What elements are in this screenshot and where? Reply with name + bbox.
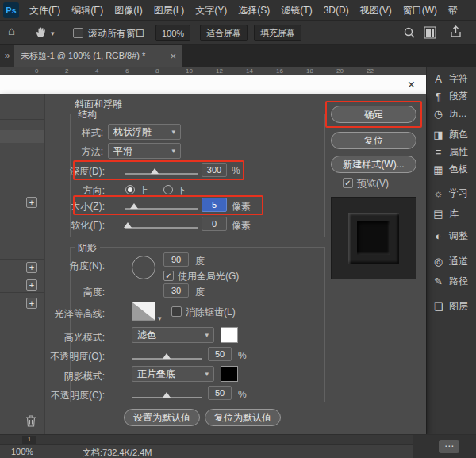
menu-view[interactable]: 视图(V) bbox=[355, 0, 397, 21]
soften-input[interactable]: 0 bbox=[202, 217, 227, 231]
left-panel-row bbox=[0, 130, 44, 143]
direction-down-radio[interactable] bbox=[163, 185, 173, 194]
highlight-mode-select[interactable]: 滤色▾ bbox=[132, 327, 214, 343]
panel-collapse-icon[interactable]: » bbox=[0, 45, 14, 67]
highlight-color-swatch[interactable] bbox=[221, 327, 238, 343]
panel-tab-adjustments[interactable]: ◐调整 bbox=[432, 229, 468, 243]
swatches-panel-icon: ▦ bbox=[432, 164, 444, 175]
preview-checkbox[interactable]: ✓ bbox=[343, 178, 353, 188]
workspace-switcher-icon[interactable] bbox=[424, 26, 436, 41]
panel-tab-swatches[interactable]: ▦色板 bbox=[432, 162, 468, 176]
direction-up-radio[interactable] bbox=[125, 185, 135, 194]
reset-default-button[interactable]: 复位为默认值 bbox=[205, 409, 281, 426]
panel-tab-label: 历... bbox=[449, 107, 466, 121]
layer-style-dialog-titlebar[interactable]: × bbox=[0, 75, 426, 94]
panel-tab-label: 通道 bbox=[449, 255, 468, 268]
annotation-box-depth bbox=[73, 160, 244, 180]
horizontal-ruler: 0 2 4 6 8 10 12 14 16 18 20 22 bbox=[0, 67, 426, 75]
angle-unit: 度 bbox=[195, 255, 205, 268]
document-tab[interactable]: 未标题-1 @ 100% (1, RGB/8#) * × bbox=[14, 45, 182, 67]
tab-close-icon[interactable]: × bbox=[170, 50, 176, 62]
paths-panel-icon: ✎ bbox=[432, 275, 444, 287]
soften-slider[interactable] bbox=[125, 227, 198, 229]
chevron-down-icon: ▾ bbox=[171, 147, 175, 155]
shading-legend: 阴影 bbox=[75, 241, 100, 255]
panel-tab-properties[interactable]: ≡属性 bbox=[432, 144, 468, 159]
menu-filter[interactable]: 滤镜(T) bbox=[275, 0, 317, 21]
panel-tab-layers[interactable]: ❏图层 bbox=[432, 299, 468, 314]
menu-layer[interactable]: 图层(L) bbox=[148, 0, 190, 21]
contour-shape bbox=[132, 302, 155, 320]
menu-file[interactable]: 文件(F) bbox=[24, 0, 66, 21]
panel-tab-paths[interactable]: ✎路径 bbox=[432, 274, 468, 288]
soften-slider-thumb[interactable] bbox=[124, 222, 132, 228]
search-icon[interactable] bbox=[403, 26, 416, 41]
ruler-number: 14 bbox=[246, 67, 253, 75]
ruler-number: 20 bbox=[336, 67, 344, 75]
ruler-number: 22 bbox=[367, 67, 374, 75]
style-select-value: 枕状浮雕 bbox=[113, 125, 152, 139]
highlight-opacity-thumb[interactable] bbox=[163, 353, 171, 359]
panel-tab-paragraph[interactable]: ¶段落 bbox=[432, 89, 468, 103]
menu-type[interactable]: 文字(Y) bbox=[190, 0, 232, 21]
shadow-opacity-thumb[interactable] bbox=[163, 392, 171, 398]
panel-tab-label: 字符 bbox=[449, 72, 468, 86]
highlight-opacity-slider[interactable] bbox=[132, 358, 202, 360]
add-item-button[interactable]: + bbox=[26, 279, 37, 291]
more-options-icon[interactable]: ⋯ bbox=[439, 440, 459, 453]
global-light-label: 使用全局光(G) bbox=[178, 270, 239, 283]
shadow-opacity-input[interactable]: 50 bbox=[208, 386, 232, 400]
shadow-opacity-slider[interactable] bbox=[132, 397, 202, 398]
panel-tab-learn[interactable]: ☼学习 bbox=[432, 186, 468, 200]
shadow-color-swatch[interactable] bbox=[221, 366, 238, 382]
panel-tab-label: 颜色 bbox=[449, 128, 468, 141]
ruler-number: 8 bbox=[155, 67, 159, 75]
scroll-all-windows-label: 滚动所有窗口 bbox=[88, 27, 145, 40]
panel-tab-history[interactable]: ◷历... bbox=[432, 106, 466, 121]
menu-select[interactable]: 选择(S) bbox=[232, 0, 275, 21]
global-light-checkbox[interactable]: ✓ bbox=[163, 271, 174, 281]
panel-tab-character[interactable]: A字符 bbox=[432, 71, 468, 86]
preview-bevel-ring bbox=[348, 213, 399, 264]
panel-tab-channels[interactable]: ◎通道 bbox=[432, 254, 468, 268]
shadow-mode-select[interactable]: 正片叠底▾ bbox=[132, 366, 214, 382]
trash-icon[interactable] bbox=[25, 414, 36, 430]
reset-button[interactable]: 复位 bbox=[331, 132, 416, 149]
altitude-input[interactable]: 30 bbox=[163, 283, 189, 298]
hand-tool-icon[interactable] bbox=[35, 26, 48, 41]
new-style-button[interactable]: 新建样式(W)... bbox=[331, 156, 416, 173]
menu-image[interactable]: 图像(I) bbox=[109, 0, 148, 21]
angle-label: 角度(N): bbox=[32, 260, 105, 273]
angle-input[interactable]: 90 bbox=[163, 252, 189, 267]
gloss-contour-label: 光泽等高线: bbox=[32, 307, 105, 321]
angle-dial[interactable] bbox=[132, 256, 155, 279]
anti-alias-checkbox[interactable] bbox=[171, 306, 182, 317]
menu-window[interactable]: 窗口(W) bbox=[397, 0, 443, 21]
gloss-contour-thumbnail[interactable] bbox=[132, 302, 155, 321]
panel-tab-libraries[interactable]: ▤库 bbox=[432, 206, 459, 221]
zoom-percent-field[interactable]: 100% bbox=[155, 25, 190, 41]
chevron-down-icon: ▾ bbox=[205, 331, 209, 339]
share-icon[interactable] bbox=[449, 25, 463, 41]
annotation-box-size bbox=[73, 195, 263, 215]
panel-tab-label: 学习 bbox=[449, 187, 468, 200]
method-select[interactable]: 平滑▾ bbox=[108, 143, 181, 159]
style-select[interactable]: 枕状浮雕▾ bbox=[108, 124, 181, 140]
menu-3d[interactable]: 3D(D) bbox=[318, 0, 355, 21]
altitude-unit: 度 bbox=[195, 286, 205, 299]
scroll-all-windows-checkbox[interactable] bbox=[73, 28, 83, 38]
fill-screen-button[interactable]: 填充屏幕 bbox=[254, 25, 301, 41]
fit-screen-button[interactable]: 适合屏幕 bbox=[200, 25, 248, 41]
dialog-close-icon[interactable]: × bbox=[408, 77, 415, 93]
menu-edit[interactable]: 编辑(E) bbox=[66, 0, 109, 21]
contour-caret-icon[interactable]: ▾ bbox=[158, 314, 162, 322]
menu-help[interactable]: 帮 bbox=[443, 0, 463, 21]
home-icon[interactable]: ⌂ bbox=[8, 24, 15, 37]
shadow-mode-value: 正片叠底 bbox=[137, 368, 175, 381]
status-zoom-field[interactable]: 100% bbox=[11, 447, 33, 456]
document-size-info: 文档:732.4K/2.4M bbox=[83, 447, 152, 458]
panel-tab-color[interactable]: ◨颜色 bbox=[432, 127, 468, 141]
highlight-opacity-input[interactable]: 50 bbox=[208, 347, 232, 361]
hand-tool-caret-icon[interactable]: ▾ bbox=[51, 29, 55, 37]
set-default-button[interactable]: 设置为默认值 bbox=[124, 409, 200, 426]
